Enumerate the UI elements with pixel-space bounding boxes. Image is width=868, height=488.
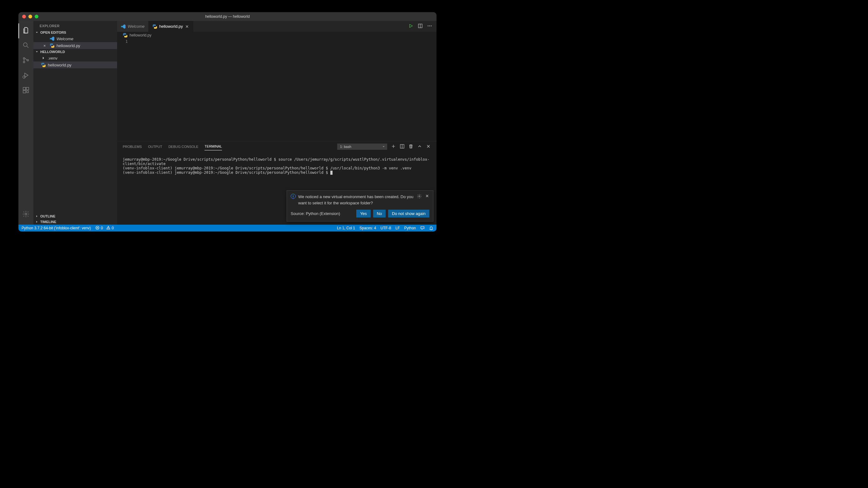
svg-point-0 [23,43,27,46]
open-editor-helloworld[interactable]: × helloworld.py [33,42,117,49]
outline-label: OUTLINE [40,214,55,218]
chevron-right-icon [35,214,39,218]
split-editor-button[interactable] [418,23,423,30]
file-helloworld[interactable]: helloworld.py [33,62,117,68]
svg-point-9 [25,213,27,215]
panel-tab-terminal[interactable]: TERMINAL [205,142,222,151]
search-icon [22,41,30,50]
traffic-lights [19,15,38,19]
chevron-down-icon [35,50,39,54]
line-gutter: 1 [117,39,133,141]
terminal-cursor [330,171,333,175]
status-encoding[interactable]: UTF-8 [381,226,391,230]
timeline-label: TIMELINE [40,220,56,224]
tab-welcome[interactable]: Welcome [117,21,149,32]
code-content[interactable] [133,39,436,141]
editor-actions [408,21,436,32]
minimize-window-button[interactable] [28,15,32,19]
vscode-window: helloworld.py — helloworld [19,12,436,231]
timeline-header[interactable]: TIMELINE [33,219,117,225]
python-file-icon [41,62,46,67]
svg-point-12 [429,25,430,26]
split-terminal-button[interactable] [400,144,405,150]
svg-rect-5 [23,87,26,90]
terminal-select[interactable]: 1: bash [337,143,387,150]
close-panel-button[interactable] [426,144,431,150]
kill-terminal-button[interactable] [408,144,413,150]
status-problems[interactable]: 0 0 [95,226,114,231]
tab-label: helloworld.py [159,24,183,29]
status-eol[interactable]: LF [396,226,400,230]
terminal-line: jemurray@mbp-2019:~/Google Drive/scripts… [123,157,430,166]
file-label: helloworld.py [48,63,71,67]
python-file-icon [50,43,55,48]
chevron-right-icon [41,56,46,61]
activity-debug[interactable] [19,68,33,83]
folder-venv[interactable]: .venv [33,55,117,62]
svg-rect-8 [27,91,28,93]
open-editors-label: OPEN EDITORS [40,31,66,34]
explorer-sidebar: EXPLORER OPEN EDITORS × Welcome × hel [33,21,117,225]
svg-rect-6 [26,87,29,90]
activity-extensions[interactable] [19,83,33,98]
error-count: 0 [101,226,103,230]
notification-yes-button[interactable]: Yes [356,210,370,218]
maximize-panel-button[interactable] [417,144,422,150]
svg-point-11 [428,25,429,26]
terminal-line: (venv-infoblox-client) jemurray@mbp-2019… [123,166,411,170]
python-file-icon [152,24,157,29]
close-icon[interactable] [185,24,189,29]
files-icon [23,27,30,35]
open-editors-header[interactable]: OPEN EDITORS [33,30,117,35]
status-language[interactable]: Python [404,226,416,230]
activity-settings[interactable] [19,207,33,222]
status-indentation[interactable]: Spaces: 4 [360,226,376,230]
panel-tab-output[interactable]: OUTPUT [148,143,162,151]
warning-icon [106,226,111,231]
terminal-select-label: 1: bash [340,145,351,149]
tab-helloworld[interactable]: helloworld.py [149,21,193,32]
notification-toast: i We noticed a new virtual environment h… [287,190,433,222]
line-number: 1 [117,39,128,44]
close-window-button[interactable] [22,15,26,19]
status-cursor-position[interactable]: Ln 1, Col 1 [337,226,355,230]
notification-source: Source: Python (Extension) [291,211,340,216]
breadcrumbs[interactable]: helloworld.py [117,32,436,39]
python-file-icon [123,33,128,38]
outline-header[interactable]: OUTLINE [33,214,117,219]
activity-explorer[interactable] [19,23,33,38]
status-feedback-button[interactable] [420,226,425,230]
editor-tabs: Welcome helloworld.py [117,21,436,32]
run-button[interactable] [408,23,413,30]
svg-point-15 [419,196,420,197]
chevron-down-icon [35,31,39,34]
svg-point-2 [23,62,25,63]
breadcrumb-file: helloworld.py [130,33,151,37]
terminal-line: (venv-infoblox-client) jemurray@mbp-2019… [123,170,330,175]
info-icon: i [291,194,296,199]
notification-close-button[interactable] [425,194,429,200]
new-terminal-button[interactable] [391,144,396,150]
workspace-header[interactable]: HELLOWORLD [33,49,117,55]
activity-bar [19,21,33,225]
open-editor-welcome[interactable]: × Welcome [33,35,117,42]
svg-point-13 [431,25,432,26]
warning-count: 0 [112,226,114,230]
status-notifications-button[interactable] [429,226,433,230]
notification-no-button[interactable]: No [373,210,386,218]
more-actions-button[interactable] [427,23,432,30]
debug-icon [22,71,30,80]
panel-actions: 1: bash [337,143,431,150]
activity-scm[interactable] [19,53,33,68]
activity-search[interactable] [19,38,33,53]
code-editor[interactable]: 1 [117,39,436,141]
panel-tab-debug-console[interactable]: DEBUG CONSOLE [168,143,198,151]
panel-tab-problems[interactable]: PROBLEMS [123,143,142,151]
zoom-window-button[interactable] [35,15,38,19]
sidebar-title: EXPLORER [33,21,117,30]
window-title: helloworld.py — helloworld [19,14,436,19]
notification-never-button[interactable]: Do not show again [388,210,429,218]
notification-settings-button[interactable] [417,194,422,200]
status-python-interpreter[interactable]: Python 3.7.2 64-bit ('infoblox-client': … [22,226,91,230]
close-icon[interactable]: × [43,43,48,48]
